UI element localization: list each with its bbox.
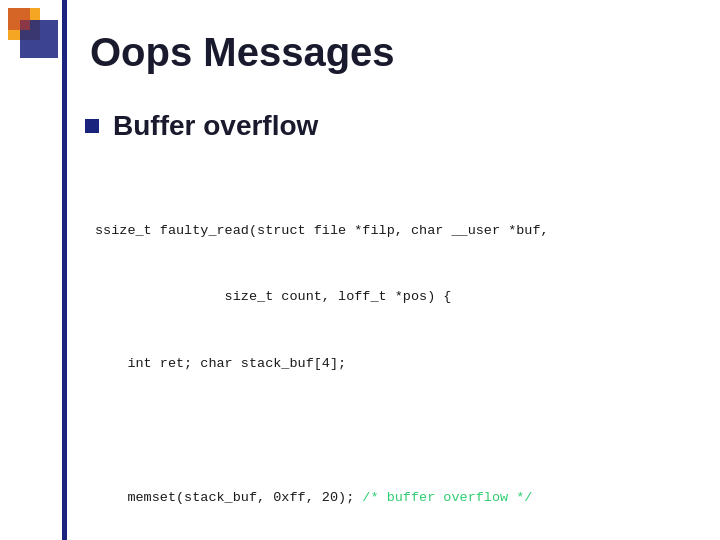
- code-line-4: [95, 420, 549, 442]
- code-line-5: memset(stack_buf, 0xff, 20); /* buffer o…: [95, 487, 549, 509]
- accent-bar: [62, 0, 67, 540]
- deco-red-square: [8, 8, 30, 30]
- code-text-5a: memset(stack_buf, 0xff, 20);: [95, 490, 362, 505]
- bullet-square-icon: [85, 119, 99, 133]
- code-text-1: ssize_t faulty_read(struct file *filp, c…: [95, 223, 549, 238]
- decoration-topleft: [0, 0, 70, 70]
- bullet-section: Buffer overflow: [85, 110, 318, 154]
- bullet-label: Buffer overflow: [113, 110, 318, 142]
- code-block: ssize_t faulty_read(struct file *filp, c…: [95, 175, 549, 540]
- code-comment-5: /* buffer overflow */: [362, 490, 532, 505]
- code-text-3: int ret; char stack_buf[4];: [95, 356, 346, 371]
- slide-title: Oops Messages: [90, 30, 395, 75]
- code-line-2: size_t count, loff_t *pos) {: [95, 286, 549, 308]
- code-line-1: ssize_t faulty_read(struct file *filp, c…: [95, 220, 549, 242]
- slide-container: Oops Messages Buffer overflow ssize_t fa…: [0, 0, 720, 540]
- bullet-item: Buffer overflow: [85, 110, 318, 142]
- code-text-2: size_t count, loff_t *pos) {: [95, 289, 451, 304]
- code-line-3: int ret; char stack_buf[4];: [95, 353, 549, 375]
